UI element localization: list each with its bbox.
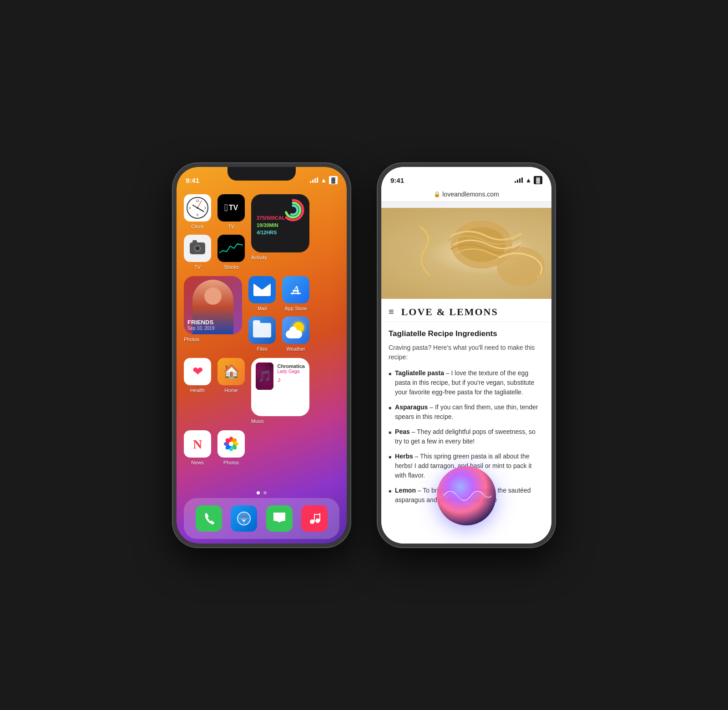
status-time: 9:41 bbox=[186, 176, 199, 184]
svg-point-5 bbox=[288, 206, 298, 215]
signal-bar-1 bbox=[310, 181, 311, 183]
ingredient-asparagus: ■ Asparagus – If you can find them, use … bbox=[389, 403, 544, 422]
clock-app[interactable]: 12 6 3 9 Clock bbox=[184, 194, 211, 229]
ingredient-desc-3: – They add delightful pops of sweetness,… bbox=[395, 428, 536, 445]
activity-rings-svg bbox=[281, 198, 306, 223]
news-label: News bbox=[191, 460, 204, 465]
news-n-icon: N bbox=[188, 435, 207, 453]
notch-2 bbox=[432, 167, 500, 181]
app-dock bbox=[184, 498, 339, 539]
safari-status-time: 9:41 bbox=[390, 176, 404, 184]
camera-icon[interactable] bbox=[184, 235, 211, 262]
site-logo: LOVE & LEMONS bbox=[401, 306, 498, 318]
photos-widget-overlay: FRIENDS Sep 10, 2019 bbox=[187, 319, 238, 331]
photos-widget-app[interactable]: FRIENDS Sep 10, 2019 Photos bbox=[184, 276, 242, 342]
appstore-label: App Store bbox=[285, 306, 307, 311]
phone-2-iphone: 9:41 ▲ ▓ 🔒 loveandlemons.com bbox=[378, 163, 555, 547]
messages-dock-icon[interactable] bbox=[266, 505, 293, 532]
mail-label: Mail bbox=[258, 306, 267, 311]
home-icon[interactable]: 🏠 bbox=[217, 358, 245, 385]
health-icon[interactable]: ❤ bbox=[184, 358, 211, 385]
clock-label: Clock bbox=[191, 224, 204, 229]
mail-files-col: Mail Files bbox=[248, 276, 276, 352]
photos-pinwheel-icon bbox=[221, 434, 241, 454]
safari-content: ≡ LOVE & LEMONS Tagliatelle Recipe Ingre… bbox=[381, 208, 551, 544]
lock-icon: 🔒 bbox=[434, 191, 440, 197]
recipe-title: Tagliatelle Recipe Ingredients bbox=[389, 329, 544, 338]
bullet-icon-2: ■ bbox=[389, 404, 391, 411]
chromatica-art: 🎵 bbox=[256, 363, 273, 390]
notch bbox=[228, 167, 296, 181]
siri-overlay[interactable] bbox=[437, 466, 496, 525]
camera-body bbox=[190, 242, 205, 254]
safari-dock-icon[interactable] bbox=[231, 505, 257, 532]
files-icon[interactable] bbox=[248, 317, 276, 344]
activity-widget-app[interactable]: 375/500CAL 19/30MIN 4/12HRS Activity bbox=[251, 194, 309, 260]
photos-widget[interactable]: FRIENDS Sep 10, 2019 bbox=[184, 276, 242, 334]
camera-app[interactable]: TV bbox=[184, 235, 211, 270]
news-icon[interactable]: N bbox=[184, 430, 211, 458]
activity-widget[interactable]: 375/500CAL 19/30MIN 4/12HRS bbox=[251, 194, 309, 252]
clock-icon[interactable]: 12 6 3 9 bbox=[184, 194, 211, 222]
url-display[interactable]: loveandlemons.com bbox=[442, 191, 499, 198]
tv-app[interactable]:  TV TV bbox=[217, 194, 245, 229]
svg-text:N: N bbox=[193, 437, 202, 451]
clock-face: 12 6 3 9 bbox=[187, 197, 208, 219]
bullet-icon: ■ bbox=[389, 370, 391, 377]
weather-app[interactable]: Weather bbox=[282, 317, 309, 352]
photos-app[interactable]: Photos bbox=[217, 430, 245, 465]
mail-icon[interactable] bbox=[248, 276, 276, 303]
health-heart-icon: ❤ bbox=[192, 364, 203, 379]
apple-tv-logo:  TV bbox=[224, 202, 238, 214]
stocks-app[interactable]: Stocks bbox=[217, 235, 245, 270]
phone-icon-svg bbox=[202, 511, 216, 526]
site-header: ≡ LOVE & LEMONS bbox=[381, 299, 551, 322]
music-track: Chromatica bbox=[277, 363, 305, 369]
music-dock-icon[interactable] bbox=[301, 505, 328, 532]
photos-label: Photos bbox=[223, 460, 239, 465]
music-info: Chromatica Lady Gaga ♪ bbox=[277, 363, 305, 384]
address-bar[interactable]: 🔒 loveandlemons.com bbox=[381, 187, 551, 202]
activity-stand-stat: 4/12HRS bbox=[257, 230, 304, 235]
home-app[interactable]: 🏠 Home bbox=[217, 358, 245, 393]
bullet-icon-3: ■ bbox=[389, 429, 391, 436]
mail-app[interactable]: Mail bbox=[248, 276, 276, 311]
battery-icon: ▓ bbox=[329, 176, 338, 184]
appstore-a-icon: A bbox=[288, 282, 304, 298]
photos-widget-label: Photos bbox=[184, 337, 199, 342]
stocks-icon[interactable] bbox=[217, 235, 245, 262]
music-artist: Lady Gaga bbox=[277, 369, 305, 374]
phone-1-screen: 9:41 ▲ ▓ bbox=[177, 167, 347, 544]
status-icons: ▲ ▓ bbox=[310, 176, 338, 184]
news-app[interactable]: N News bbox=[184, 430, 211, 465]
svg-text:A: A bbox=[291, 283, 300, 297]
phone-dock-icon[interactable] bbox=[196, 505, 222, 532]
page-indicator bbox=[177, 491, 347, 494]
ingredient-text-1: Tagliatelle pasta – I love the texture o… bbox=[395, 368, 544, 397]
page-dot-1 bbox=[257, 491, 260, 494]
svg-point-18 bbox=[229, 442, 233, 446]
photos-widget-date: Sep 10, 2019 bbox=[187, 326, 238, 331]
page-dot-2 bbox=[263, 491, 267, 494]
photos-icon[interactable] bbox=[217, 430, 245, 458]
hamburger-menu-icon[interactable]: ≡ bbox=[389, 307, 394, 317]
mail-flap bbox=[253, 283, 271, 296]
health-app[interactable]: ❤ Health bbox=[184, 358, 211, 393]
signal-strength-icon bbox=[310, 177, 318, 183]
files-app[interactable]: Files bbox=[248, 317, 276, 352]
pasta-noodles-svg bbox=[381, 208, 551, 299]
music-icon-svg bbox=[308, 512, 321, 525]
sig-bar-1 bbox=[515, 181, 516, 183]
music-widget[interactable]: 🎵 Chromatica Lady Gaga ♪ bbox=[251, 358, 309, 416]
appstore-icon[interactable]: A bbox=[282, 276, 309, 303]
appstore-app[interactable]: A App Store bbox=[282, 276, 309, 311]
safari-wifi-icon: ▲ bbox=[525, 176, 531, 184]
tv-icon[interactable]:  TV bbox=[217, 194, 245, 222]
bullet-icon-5: ■ bbox=[389, 488, 391, 494]
weather-icon[interactable] bbox=[282, 317, 309, 344]
apple-symbol:  bbox=[224, 202, 228, 214]
music-widget-app[interactable]: 🎵 Chromatica Lady Gaga ♪ Music bbox=[251, 358, 309, 424]
svg-point-25 bbox=[310, 519, 314, 524]
weather-label: Weather bbox=[286, 346, 305, 352]
activity-label: Activity bbox=[251, 255, 267, 260]
